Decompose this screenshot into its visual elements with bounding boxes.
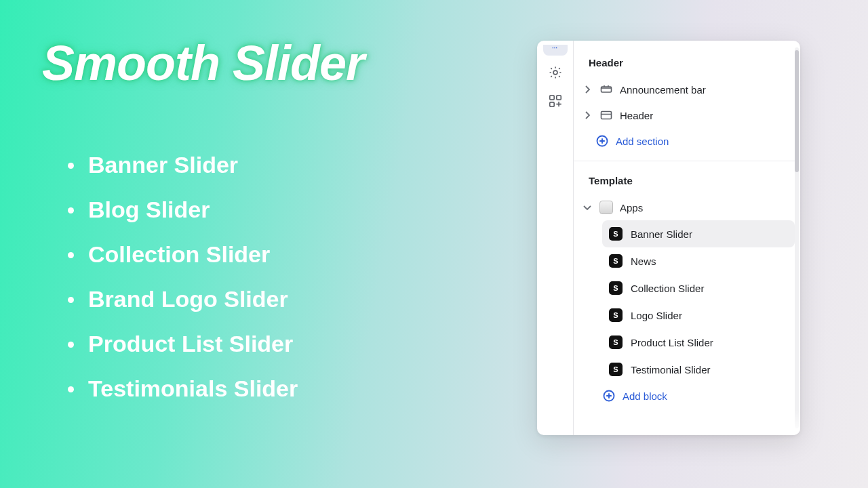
feature-item: Blog Slider [68, 198, 298, 221]
block-row-label: Product List Slider [631, 337, 713, 348]
group-divider [574, 161, 800, 161]
block-row-label: News [631, 256, 656, 267]
header-section-icon [599, 108, 613, 122]
section-row-header[interactable]: Header [579, 102, 795, 128]
feature-item: Banner Slider [68, 153, 298, 176]
section-row-label: Announcement bar [620, 84, 706, 96]
svg-rect-4 [601, 87, 612, 92]
block-row-label: Banner Slider [631, 228, 692, 240]
apps-section-icon [599, 201, 613, 214]
feature-item: Testimonials Slider [68, 377, 298, 400]
add-block-label: Add block [623, 390, 667, 402]
block-row-news[interactable]: S News [602, 247, 795, 274]
feature-item: Collection Slider [68, 243, 298, 266]
section-row-label: Header [620, 110, 653, 121]
panel-left-rail: ⋯ [537, 41, 574, 435]
add-section-label: Add section [616, 136, 669, 147]
group-title-template: Template [579, 168, 795, 195]
chevron-right-icon [582, 84, 593, 95]
app-block-badge-icon: S [609, 308, 623, 322]
theme-editor-outline-panel: ⋯ Header [537, 41, 800, 435]
block-row-label: Logo Slider [631, 310, 682, 321]
svg-rect-1 [549, 96, 553, 100]
add-section-button[interactable]: Add section [579, 128, 795, 154]
section-row-announcement-bar[interactable]: Announcement bar [579, 77, 795, 102]
feature-item: Product List Slider [68, 332, 298, 355]
apps-block-list: S Banner Slider S News S Collection Slid… [579, 220, 795, 409]
section-row-apps[interactable]: Apps [579, 195, 795, 220]
block-row-testimonial-slider[interactable]: S Testimonial Slider [602, 356, 795, 383]
gear-icon[interactable] [548, 65, 563, 80]
app-block-badge-icon: S [609, 227, 623, 241]
promo-stage: Smooth Slider Banner Slider Blog Slider … [0, 0, 868, 488]
block-row-product-list-slider[interactable]: S Product List Slider [602, 329, 795, 356]
svg-point-0 [553, 70, 557, 75]
feature-item: Brand Logo Slider [68, 287, 298, 310]
block-row-banner-slider[interactable]: S Banner Slider [602, 220, 795, 247]
apps-grid-icon[interactable] [548, 94, 563, 108]
add-block-button[interactable]: Add block [602, 383, 795, 409]
chevron-right-icon [582, 110, 593, 121]
app-block-badge-icon: S [609, 281, 623, 295]
chevron-down-icon [582, 202, 593, 213]
block-row-label: Collection Slider [631, 283, 704, 294]
announcement-bar-icon [599, 83, 613, 96]
app-block-badge-icon: S [609, 336, 623, 349]
plus-circle-icon [602, 389, 616, 403]
app-block-badge-icon: S [609, 363, 623, 376]
plus-circle-icon [595, 134, 609, 148]
panel-bottom-fade [574, 411, 800, 435]
block-row-collection-slider[interactable]: S Collection Slider [602, 274, 795, 302]
section-row-label: Apps [620, 202, 643, 214]
svg-rect-5 [601, 112, 612, 119]
svg-rect-3 [549, 102, 553, 106]
block-row-logo-slider[interactable]: S Logo Slider [602, 302, 795, 329]
svg-rect-2 [556, 96, 560, 100]
group-title-header: Header [579, 50, 795, 77]
block-row-label: Testimonial Slider [631, 364, 711, 375]
rail-active-tab-pill[interactable]: ⋯ [543, 45, 568, 56]
app-block-badge-icon: S [609, 254, 623, 268]
panel-scrollbar[interactable] [795, 47, 799, 428]
hero-title: Smooth Slider [42, 35, 364, 91]
hero-feature-list: Banner Slider Blog Slider Collection Sli… [68, 153, 298, 422]
panel-outline: Header Announcement bar [574, 41, 800, 435]
